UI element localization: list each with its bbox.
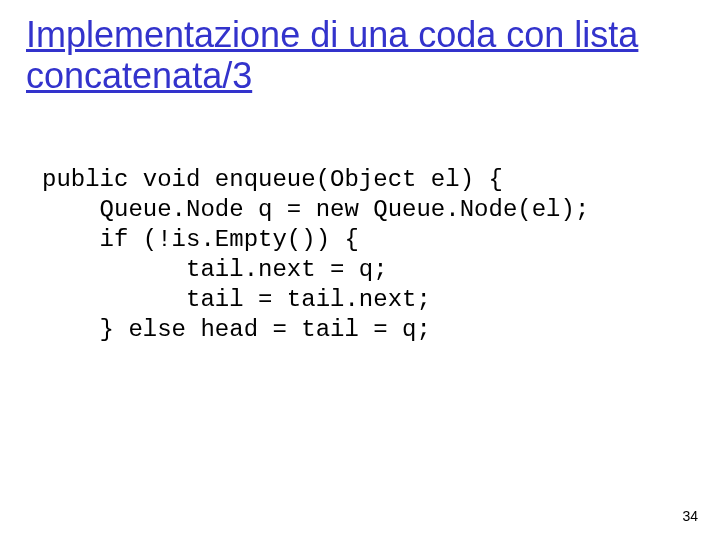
code-line-4: tail.next = q;	[42, 256, 388, 283]
slide-title: Implementazione di una coda con lista co…	[26, 14, 660, 97]
page-number: 34	[682, 508, 698, 524]
code-line-3: if (!is.Empty()) {	[42, 226, 359, 253]
code-line-1: public void enqueue(Object el) {	[42, 166, 503, 193]
code-line-6: } else head = tail = q;	[42, 316, 431, 343]
slide: Implementazione di una coda con lista co…	[0, 0, 720, 540]
code-line-2: Queue.Node q = new Queue.Node(el);	[42, 196, 589, 223]
code-block: public void enqueue(Object el) { Queue.N…	[42, 165, 680, 345]
code-line-5: tail = tail.next;	[42, 286, 431, 313]
